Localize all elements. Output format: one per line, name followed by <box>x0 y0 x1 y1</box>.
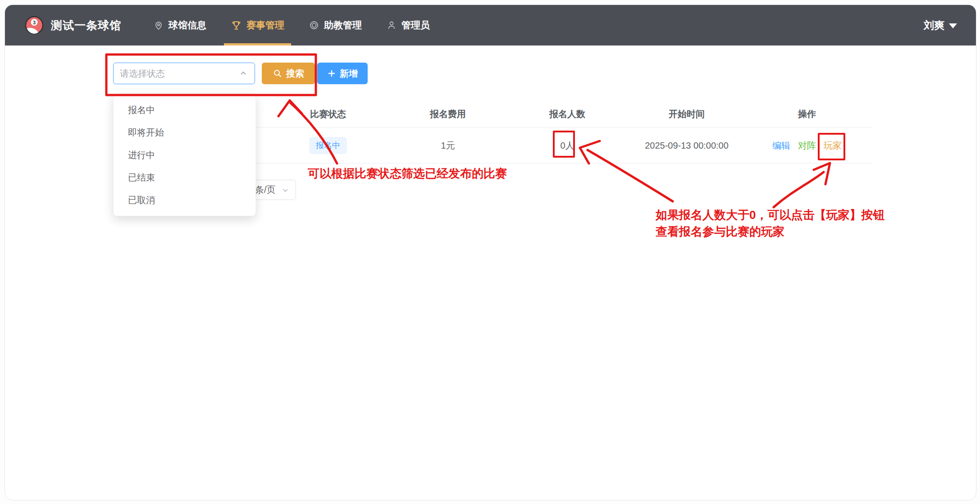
brand: 3 测试一条球馆 <box>25 16 121 35</box>
select-placeholder: 请选择状态 <box>120 68 165 80</box>
nav-item-event-management[interactable]: 赛事管理 <box>219 5 296 45</box>
nav-item-coach-management[interactable]: 助教管理 <box>296 5 374 45</box>
annotation-arrow-3-head <box>814 163 830 184</box>
chevron-up-icon <box>238 68 248 78</box>
column-header-actions: 操作 <box>753 101 861 127</box>
edit-link[interactable]: 编辑 <box>772 140 790 152</box>
top-navbar: 3 测试一条球馆 球馆信息 <box>5 5 976 45</box>
person-icon <box>386 20 397 31</box>
main-nav: 球馆信息 赛事管理 <box>141 5 442 45</box>
annotation-note-2-line2: 查看报名参与比赛的玩家 <box>656 223 884 240</box>
column-header-registrants: 报名人数 <box>513 101 621 127</box>
dropdown-option-upcoming[interactable]: 即将开始 <box>114 121 255 144</box>
dropdown-option-registering[interactable]: 报名中 <box>114 99 255 121</box>
dropdown-option-cancelled[interactable]: 已取消 <box>114 189 255 211</box>
annotation-note-2-line1: 如果报名人数大于0，可以点击【玩家】按钮 <box>656 207 884 223</box>
cell-match-status: 报名中 <box>274 130 382 161</box>
nav-label: 赛事管理 <box>246 19 284 32</box>
status-badge: 报名中 <box>310 137 346 154</box>
cell-registrants: 0人 <box>513 130 621 161</box>
status-dropdown-panel: 报名中 即将开始 进行中 已结束 已取消 <box>113 94 256 216</box>
user-menu[interactable]: 刘爽 <box>924 18 957 32</box>
search-button[interactable]: 搜索 <box>262 63 315 84</box>
svg-text:3: 3 <box>33 20 36 25</box>
nav-item-venue-info[interactable]: 球馆信息 <box>141 5 219 45</box>
column-header-start-time: 开始时间 <box>633 101 741 127</box>
annotation-note-1: 可以根据比赛状态筛选已经发布的比赛 <box>308 166 507 182</box>
chevron-down-icon <box>280 185 290 195</box>
annotation-note-2: 如果报名人数大于0，可以点击【玩家】按钮 查看报名参与比赛的玩家 <box>656 207 884 240</box>
search-icon <box>273 68 283 78</box>
annotation-arrow-3 <box>774 172 824 207</box>
status-filter-select[interactable]: 请选择状态 <box>113 63 255 84</box>
plus-icon <box>327 69 336 78</box>
dropdown-option-ongoing[interactable]: 进行中 <box>114 144 255 166</box>
column-header-status: 比赛状态 <box>274 101 382 127</box>
add-button-label: 新增 <box>340 68 358 80</box>
cell-actions: 编辑 对阵 玩家 <box>753 130 861 161</box>
dropdown-option-ended[interactable]: 已结束 <box>114 166 255 189</box>
cell-fee: 1元 <box>394 130 502 161</box>
trophy-icon <box>231 20 242 31</box>
nav-label: 管理员 <box>401 19 430 32</box>
coach-rings-icon <box>309 20 319 31</box>
location-pin-icon <box>153 20 164 31</box>
caret-down-icon <box>949 23 957 28</box>
add-button[interactable]: 新增 <box>317 63 368 84</box>
cell-start-time: 2025-09-13 00:00:00 <box>633 130 741 161</box>
column-header-fee: 报名费用 <box>394 101 502 127</box>
search-button-label: 搜索 <box>286 68 304 80</box>
page-size-label: 条/页 <box>255 184 276 196</box>
page-card: 3 测试一条球馆 球馆信息 <box>5 5 976 500</box>
user-name: 刘爽 <box>924 18 944 32</box>
matchup-link[interactable]: 对阵 <box>798 140 816 152</box>
nav-label: 球馆信息 <box>169 19 206 32</box>
logo-billiard-ball-icon: 3 <box>25 16 44 35</box>
app-window: 3 测试一条球馆 球馆信息 <box>0 0 980 504</box>
nav-label: 助教管理 <box>324 19 362 32</box>
venue-title: 测试一条球馆 <box>51 18 121 33</box>
players-link[interactable]: 玩家 <box>824 140 842 152</box>
nav-item-admin[interactable]: 管理员 <box>374 5 442 45</box>
